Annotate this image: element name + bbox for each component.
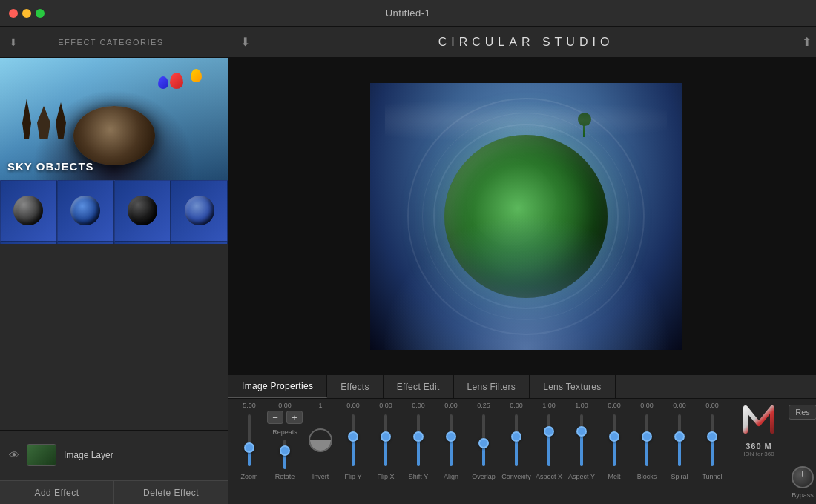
invert-button[interactable] bbox=[309, 428, 332, 452]
bypass-label: Bypass bbox=[792, 491, 814, 499]
aspect-y-thumb[interactable] bbox=[576, 426, 587, 437]
flip-x-slider[interactable] bbox=[380, 411, 392, 470]
zoom-track bbox=[248, 414, 251, 466]
category-sky-objects[interactable]: SKY OBJECTS bbox=[0, 58, 228, 180]
shift-y-slider-group: 0.00 Shift Y bbox=[404, 402, 433, 480]
zoom-thumb[interactable] bbox=[244, 442, 254, 453]
aspect-x-slider[interactable] bbox=[543, 411, 555, 470]
zoom-label: Zoom bbox=[240, 473, 257, 480]
main-layout: ⬇ EFFECT CATEGORIES bbox=[0, 27, 816, 504]
layer-thumbnail bbox=[27, 444, 56, 466]
blocks-thumb[interactable] bbox=[642, 431, 652, 442]
invert-label: Invert bbox=[312, 473, 329, 480]
shift-y-thumb[interactable] bbox=[413, 431, 424, 442]
blocks-track bbox=[645, 414, 648, 466]
minus-button[interactable]: − bbox=[267, 411, 283, 424]
align-slider[interactable] bbox=[445, 411, 457, 470]
tunnel-slider[interactable] bbox=[706, 411, 718, 470]
delete-effect-button[interactable]: Delete Effect bbox=[114, 480, 228, 504]
aspect-y-slider[interactable] bbox=[576, 411, 588, 470]
convexity-thumb[interactable] bbox=[511, 431, 521, 442]
align-thumb[interactable] bbox=[446, 431, 456, 442]
tunnel-thumb[interactable] bbox=[707, 431, 717, 442]
center-cell-5 bbox=[0, 242, 57, 245]
flip-y-thumb[interactable] bbox=[348, 431, 358, 442]
reset-button[interactable]: Res bbox=[789, 405, 816, 420]
right-controls-area: Res Bypass bbox=[788, 402, 816, 502]
shift-y-slider[interactable] bbox=[412, 411, 424, 470]
preview-canvas bbox=[370, 83, 682, 350]
content-area: ⬇ CIRCULAR STUDIO ⬆ bbox=[228, 27, 816, 504]
layer-visibility-icon[interactable]: 👁 bbox=[9, 449, 19, 461]
align-label: Align bbox=[444, 473, 458, 480]
traffic-lights bbox=[9, 9, 45, 18]
tab-effects[interactable]: Effects bbox=[327, 375, 384, 398]
flip-y-fill bbox=[352, 440, 355, 466]
rotate-thumb[interactable] bbox=[280, 445, 290, 456]
align-track bbox=[450, 414, 453, 466]
export-content-icon[interactable]: ⬆ bbox=[802, 35, 812, 49]
category-centers[interactable]: CENTERS bbox=[0, 180, 228, 244]
import-icon[interactable]: ⬇ bbox=[9, 36, 18, 48]
properties-tabs: Image Properties Effects Effect Edit Len… bbox=[228, 375, 816, 399]
melt-thumb[interactable] bbox=[609, 431, 619, 442]
flip-x-fill bbox=[384, 440, 387, 466]
tab-lens-textures[interactable]: Lens Textures bbox=[530, 375, 615, 398]
minimize-button[interactable] bbox=[22, 9, 31, 18]
close-button[interactable] bbox=[9, 9, 18, 18]
spiral-thumb[interactable] bbox=[674, 431, 685, 442]
spiral-value: 0.00 bbox=[673, 402, 686, 409]
pm-buttons: − + bbox=[267, 411, 303, 424]
flip-y-slider[interactable] bbox=[347, 411, 359, 470]
zoom-slider-group: 5.00 Zoom bbox=[234, 402, 264, 480]
add-effect-button[interactable]: Add Effect bbox=[0, 480, 114, 504]
tab-lens-filters[interactable]: Lens Filters bbox=[454, 375, 530, 398]
overlap-slider[interactable] bbox=[478, 411, 490, 470]
tunnel-label: Tunnel bbox=[702, 473, 722, 480]
overlap-value: 0.25 bbox=[477, 402, 490, 409]
align-value: 0.00 bbox=[444, 402, 458, 409]
melt-track bbox=[613, 414, 616, 466]
spiral-slider[interactable] bbox=[674, 411, 685, 470]
balloon-yellow bbox=[191, 69, 202, 82]
aspect-x-track bbox=[547, 414, 550, 466]
import-content-icon[interactable]: ⬇ bbox=[240, 35, 250, 49]
overlap-label: Overlap bbox=[472, 473, 496, 480]
plus-button[interactable]: + bbox=[286, 411, 303, 424]
spiral-slider-group: 0.00 Spiral bbox=[665, 402, 694, 480]
tunnel-fill bbox=[711, 440, 714, 466]
convexity-value: 0.00 bbox=[510, 402, 523, 409]
tab-effect-edit[interactable]: Effect Edit bbox=[384, 375, 454, 398]
flip-y-track bbox=[352, 414, 355, 466]
spiral-label: Spiral bbox=[671, 473, 688, 480]
badge-360-text: 360 M bbox=[746, 442, 772, 451]
window-title: Untitled-1 bbox=[386, 7, 431, 19]
flip-x-thumb[interactable] bbox=[381, 431, 391, 442]
invert-group: 1 Invert bbox=[306, 402, 335, 480]
zoom-slider[interactable] bbox=[243, 411, 255, 470]
blocks-slider[interactable] bbox=[641, 411, 653, 470]
layer-name-label: Image Layer bbox=[64, 450, 113, 460]
bypass-knob[interactable] bbox=[792, 466, 814, 488]
melt-slider[interactable] bbox=[608, 411, 620, 470]
aspect-x-value: 1.00 bbox=[542, 402, 556, 409]
rotate-slider[interactable] bbox=[279, 439, 291, 470]
tab-image-properties[interactable]: Image Properties bbox=[228, 375, 327, 398]
aspect-x-slider-group: 1.00 Aspect X bbox=[534, 402, 564, 480]
blocks-fill bbox=[645, 440, 648, 466]
overlap-thumb[interactable] bbox=[478, 438, 489, 448]
tunnel-track bbox=[711, 414, 714, 466]
sphere-blue bbox=[70, 196, 100, 225]
centers-grid bbox=[0, 180, 228, 244]
rotate-track bbox=[283, 440, 286, 469]
aspect-y-track bbox=[580, 414, 583, 466]
studio-title-label: CIRCULAR STUDIO bbox=[250, 36, 802, 49]
rotate-fill bbox=[283, 454, 286, 469]
aspect-x-thumb[interactable] bbox=[544, 426, 554, 437]
maximize-button[interactable] bbox=[36, 9, 45, 18]
rotate-value: 0.00 bbox=[278, 402, 292, 409]
layer-controls: 👁 Image Layer Add Effect Delete Effect bbox=[0, 430, 228, 504]
sidebar: ⬇ EFFECT CATEGORIES bbox=[0, 27, 228, 504]
convexity-slider[interactable] bbox=[510, 411, 522, 470]
blocks-slider-group: 0.00 Blocks bbox=[632, 402, 662, 480]
